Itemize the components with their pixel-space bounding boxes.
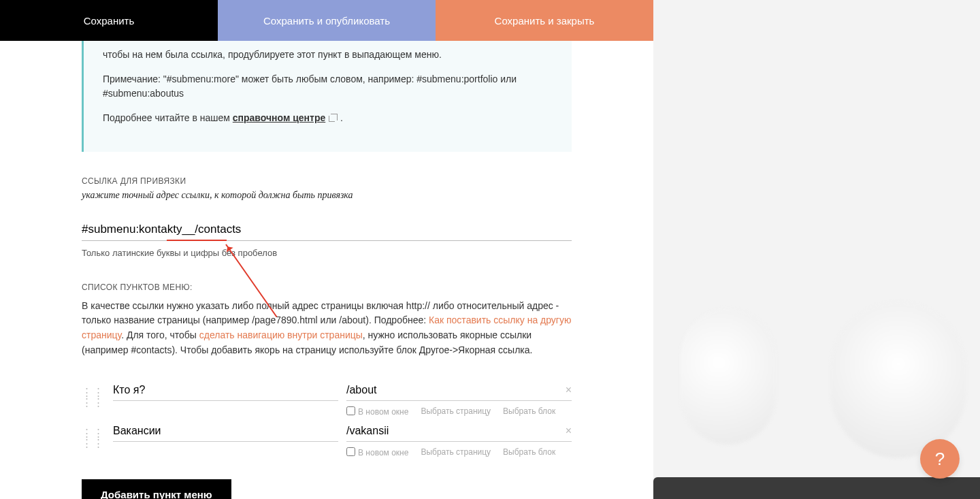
preview-footer-strip (653, 477, 980, 499)
new-window-checkbox[interactable]: В новом окне (346, 447, 408, 457)
menu-item-link-input[interactable] (346, 381, 572, 401)
settings-form: чтобы на нем была ссылка, продублируете … (0, 41, 653, 499)
preview-panel (653, 0, 980, 499)
howto-link-nav[interactable]: сделать навигацию внутри страницы (199, 329, 363, 340)
info-text: Примечание: "#submenu:more" может быть л… (103, 72, 558, 101)
external-link-icon (331, 114, 338, 120)
choose-block-link[interactable]: Выбрать блок (503, 447, 555, 457)
menu-item-name-input[interactable] (113, 422, 338, 442)
help-fab-button[interactable]: ? (920, 439, 960, 479)
preview-blob (681, 308, 776, 445)
remove-row-icon[interactable]: × (566, 425, 572, 437)
save-close-button[interactable]: Сохранить и закрыть (436, 0, 653, 41)
choose-page-link[interactable]: Выбрать страницу (421, 447, 491, 457)
new-window-checkbox[interactable]: В новом окне (346, 406, 408, 417)
save-publish-button[interactable]: Сохранить и опубликовать (218, 0, 436, 41)
drag-handle-icon[interactable]: ⋮⋮⋮⋮ (82, 422, 105, 448)
action-bar: Сохранить Сохранить и опубликовать Сохра… (0, 0, 653, 41)
help-center-link[interactable]: справочном центре (233, 112, 325, 123)
menu-item-options: В новом окне Выбрать страницу Выбрать бл… (346, 447, 572, 457)
info-text: чтобы на нем была ссылка, продублируете … (103, 48, 558, 63)
info-box: чтобы на нем была ссылка, продублируете … (82, 41, 572, 152)
annotation-underline (167, 240, 227, 241)
link-binding-subtext: укажите точный адрес ссылки, к которой д… (82, 190, 572, 201)
info-text: Подробнее читайте в нашем справочном цен… (103, 111, 558, 126)
link-binding-input[interactable] (82, 217, 572, 241)
choose-block-link[interactable]: Выбрать блок (503, 406, 555, 416)
menu-item-name-input[interactable] (113, 381, 338, 401)
menu-item-options: В новом окне Выбрать страницу Выбрать бл… (346, 406, 572, 417)
link-binding-hint: Только латинские буквы и цифры без пробе… (82, 248, 572, 258)
menu-item-link-input[interactable] (346, 422, 572, 442)
save-button[interactable]: Сохранить (0, 0, 218, 41)
menu-item-row: ⋮⋮⋮⋮ × В новом окне Выбрать страницу Выб… (82, 422, 572, 457)
link-binding-label: ССЫЛКА ДЛЯ ПРИВЯЗКИ (82, 176, 572, 186)
choose-page-link[interactable]: Выбрать страницу (421, 406, 491, 416)
menu-item-row: ⋮⋮⋮⋮ × В новом окне Выбрать страницу Выб… (82, 381, 572, 417)
menu-list-description: В качестве ссылки нужно указать либо пол… (82, 299, 572, 358)
preview-blob (830, 302, 966, 458)
remove-row-icon[interactable]: × (566, 384, 572, 396)
add-menu-item-button[interactable]: Добавить пункт меню (82, 479, 231, 500)
drag-handle-icon[interactable]: ⋮⋮⋮⋮ (82, 381, 105, 407)
menu-items-list: ⋮⋮⋮⋮ × В новом окне Выбрать страницу Выб… (82, 381, 572, 457)
menu-list-label: СПИСОК ПУНКТОВ МЕНЮ: (82, 283, 572, 292)
